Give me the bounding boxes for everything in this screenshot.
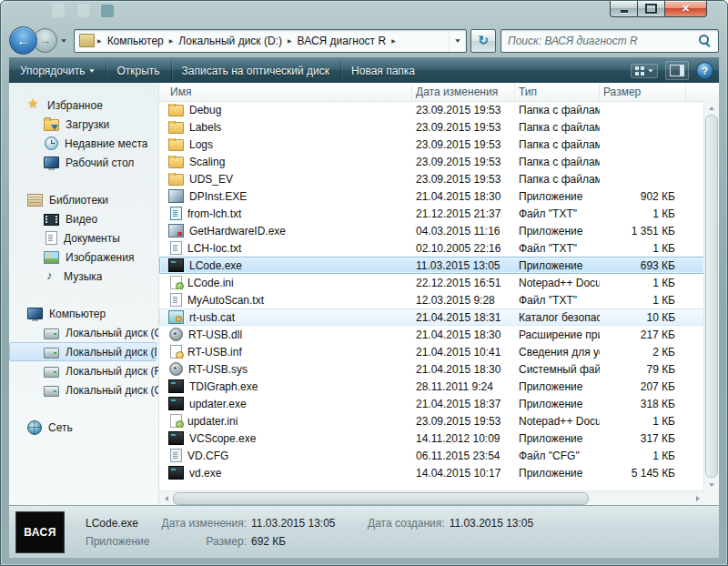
sidebar-item[interactable]: Музыка: [9, 267, 158, 286]
table-row[interactable]: LCH-loc.txt02.10.2005 22:16Файл "TXT"1 К…: [159, 239, 704, 257]
file-modified-cell: 21.12.2015 21:37: [412, 207, 515, 220]
sidebar-group-header[interactable]: Сеть: [9, 418, 158, 437]
sidebar-item[interactable]: Рабочий стол: [9, 153, 158, 172]
table-row[interactable]: MyAutoScan.txt12.03.2015 9:28Файл "TXT"1…: [159, 291, 704, 308]
breadcrumb-item[interactable]: Локальный диск (D:): [174, 30, 287, 52]
table-row[interactable]: VCScope.exe14.11.2012 10:09Приложение317…: [159, 430, 704, 447]
breadcrumb-separator-icon[interactable]: [168, 37, 175, 44]
sidebar-item[interactable]: Видео: [9, 209, 158, 228]
table-row[interactable]: Debug23.09.2015 19:53Папка с файлами: [159, 101, 704, 118]
table-row[interactable]: VD.CFG06.11.2015 23:54Файл "CFG"1 КБ: [159, 447, 704, 464]
sidebar-item[interactable]: Локальный диск (G: [9, 380, 158, 399]
column-header-modified[interactable]: Дата изменения: [412, 83, 515, 101]
sidebar-item[interactable]: Загрузки: [9, 115, 158, 134]
app-red-icon: [168, 224, 184, 238]
table-row[interactable]: LCode.exe11.03.2015 13:05Приложение693 К…: [159, 257, 704, 274]
sidebar-item[interactable]: Локальный диск (D: [9, 342, 157, 361]
horizontal-scrollbar-thumb[interactable]: [173, 492, 589, 505]
scroll-up-button[interactable]: [704, 101, 719, 115]
file-modified-cell: 23.09.2015 19:53: [412, 121, 515, 134]
search-input[interactable]: Поиск: ВАСЯ диагност R: [508, 35, 698, 47]
file-size-cell: 1 КБ: [600, 242, 686, 255]
table-row[interactable]: RT-USB.dll21.04.2015 18:30Расширение при…: [159, 326, 704, 343]
file-name: RT-USB.inf: [187, 346, 242, 359]
sidebar-group-header[interactable]: Библиотеки: [9, 190, 158, 209]
table-row[interactable]: vd.exe14.04.2015 10:17Приложение5 145 КБ: [159, 464, 704, 481]
table-row[interactable]: TDIGraph.exe28.11.2011 9:24Приложение207…: [159, 378, 704, 395]
network-icon: [27, 420, 42, 435]
breadcrumb-item[interactable]: Компьютер: [103, 30, 168, 52]
title-bar[interactable]: [1, 1, 727, 28]
breadcrumb-item[interactable]: ВАСЯ диагност R: [293, 30, 391, 52]
drive-icon: [44, 328, 59, 339]
table-row[interactable]: RT-USB.inf21.04.2015 10:41Сведения для у…: [159, 343, 704, 360]
toolbar-button[interactable]: Записать на оптический диск: [171, 58, 341, 83]
table-row[interactable]: Logs23.09.2015 19:53Папка с файлами: [159, 136, 704, 153]
table-row[interactable]: RT-USB.sys21.04.2015 18:30Системный файл…: [159, 360, 704, 378]
sidebar-item-label: Недавние места: [65, 137, 147, 150]
file-modified-cell: 11.03.2015 13:05: [412, 259, 515, 272]
sidebar-item[interactable]: Локальный диск (F:: [9, 361, 158, 380]
table-row[interactable]: updater.exe21.04.2015 18:37Приложение318…: [159, 395, 704, 412]
file-modified-cell: 23.09.2015 19:53: [412, 156, 515, 168]
toolbar-button[interactable]: Новая папка: [340, 58, 426, 83]
scroll-right-button[interactable]: [691, 491, 704, 506]
scroll-down-button[interactable]: [704, 478, 719, 491]
organize-button[interactable]: Упорядочить: [9, 58, 106, 83]
close-button[interactable]: [664, 1, 707, 17]
cat-icon: [168, 310, 184, 324]
maximize-button[interactable]: [638, 1, 664, 17]
vertical-scrollbar-thumb[interactable]: [705, 115, 718, 478]
sidebar-item[interactable]: Изображения: [9, 248, 158, 267]
horizontal-scrollbar[interactable]: [159, 490, 704, 506]
breadcrumb-separator-icon[interactable]: [96, 37, 103, 44]
sidebar-group-header[interactable]: Компьютер: [9, 304, 158, 323]
file-modified-cell: 21.04.2015 10:41: [412, 346, 515, 359]
file-modified-cell: 28.11.2011 9:24: [412, 380, 515, 393]
table-row[interactable]: DPInst.EXE21.04.2015 18:30Приложение902 …: [159, 187, 704, 205]
table-row[interactable]: LCode.ini22.12.2015 16:51Notepad++ Docu.…: [159, 274, 704, 291]
file-name-cell: VCScope.exe: [159, 431, 412, 445]
scroll-left-button[interactable]: [159, 491, 173, 506]
file-type-cell: Файл "TXT": [515, 242, 600, 255]
file-size-cell: 317 КБ: [600, 432, 686, 445]
video-icon: [44, 214, 59, 226]
preview-pane-button[interactable]: [665, 61, 689, 80]
help-button[interactable]: [696, 62, 713, 79]
toolbar-button[interactable]: Открыть: [106, 58, 170, 83]
recent-pages-dropdown[interactable]: [57, 39, 71, 43]
table-row[interactable]: from-lch.txt21.12.2015 21:37Файл "TXT"1 …: [159, 205, 704, 222]
file-name-cell: VD.CFG: [159, 449, 412, 462]
table-row[interactable]: rt-usb.cat21.04.2015 18:31Каталог безопа…: [159, 308, 704, 326]
minimize-button[interactable]: [610, 1, 638, 17]
table-row[interactable]: GetHardwareID.exe04.03.2015 11:16Приложе…: [159, 222, 704, 239]
vertical-scrollbar[interactable]: [703, 101, 719, 491]
table-row[interactable]: Labels23.09.2015 19:53Папка с файлами: [159, 118, 704, 136]
column-header-size[interactable]: Размер: [600, 83, 686, 101]
column-header-name[interactable]: Имя: [159, 83, 412, 101]
address-dropdown-button[interactable]: [449, 30, 466, 52]
file-type-cell: Файл "TXT": [515, 207, 600, 220]
change-view-button[interactable]: [631, 64, 658, 78]
address-bar[interactable]: КомпьютерЛокальный диск (D:)ВАСЯ диагнос…: [74, 29, 467, 53]
triangle-right-icon: [696, 496, 700, 501]
breadcrumb-separator-icon[interactable]: [287, 37, 293, 44]
column-header-type[interactable]: Тип: [515, 83, 600, 101]
file-type-cell: Приложение: [515, 467, 600, 480]
file-name: VD.CFG: [187, 450, 228, 462]
file-size-cell: 1 КБ: [600, 207, 686, 220]
back-button[interactable]: [9, 26, 37, 55]
sidebar-item[interactable]: Локальный диск (C: [9, 323, 158, 342]
table-row[interactable]: UDS_EV23.09.2015 19:53Папка с файлами: [159, 170, 704, 187]
sidebar-item[interactable]: Недавние места: [9, 134, 158, 153]
search-box[interactable]: Поиск: ВАСЯ диагност R: [500, 29, 719, 53]
refresh-button[interactable]: [470, 29, 496, 53]
breadcrumb-separator-icon[interactable]: [390, 37, 397, 44]
scrollbar-corner: [704, 491, 719, 506]
table-row[interactable]: Scaling23.09.2015 19:53Папка с файлами: [159, 153, 704, 170]
file-size-cell: 1 КБ: [600, 450, 686, 462]
file-name: MyAutoScan.txt: [187, 294, 264, 307]
sidebar-item[interactable]: Документы: [9, 228, 158, 248]
sidebar-group-header[interactable]: Избранное: [9, 96, 158, 115]
table-row[interactable]: updater.ini23.09.2015 19:53Notepad++ Doc…: [159, 412, 704, 430]
